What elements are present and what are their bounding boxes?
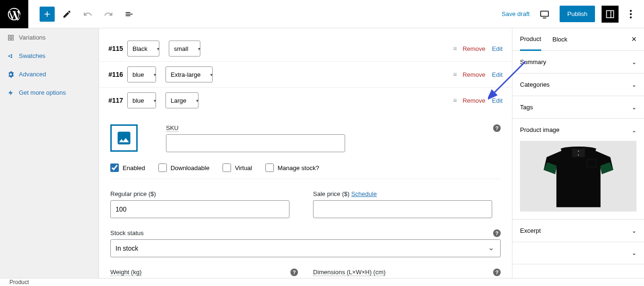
settings-toggle-button[interactable]: [602, 6, 619, 23]
svg-point-10: [10, 54, 12, 56]
svg-rect-0: [541, 11, 549, 16]
svg-rect-5: [8, 35, 10, 37]
svg-point-2: [630, 10, 632, 12]
downloadable-checkbox[interactable]: Downloadable: [158, 163, 209, 172]
panel-item[interactable]: ⌄: [512, 242, 644, 264]
svg-point-4: [630, 16, 632, 18]
sale-price-label: Sale price ($) Schedule: [313, 190, 501, 197]
variation-size-select[interactable]: Large: [165, 92, 198, 108]
variation-color-select[interactable]: blue: [127, 66, 156, 82]
document-overview-button[interactable]: [121, 6, 138, 23]
top-toolbar: Save draft Publish: [0, 0, 644, 28]
edit-link[interactable]: Edit: [492, 97, 503, 104]
edit-mode-button[interactable]: [58, 6, 75, 23]
remove-link[interactable]: Remove: [462, 97, 485, 104]
product-image-thumbnail[interactable]: [520, 141, 636, 212]
stock-status-select[interactable]: In stock: [110, 239, 501, 257]
virtual-checkbox[interactable]: Virtual: [223, 163, 252, 172]
drag-handle-icon[interactable]: ≡: [453, 97, 456, 104]
remove-link[interactable]: Remove: [462, 45, 485, 52]
variation-row: #116 blue Extra-large ≡ Remove Edit: [99, 62, 512, 88]
chevron-down-icon: ⌄: [632, 250, 636, 256]
edit-link[interactable]: Edit: [492, 71, 503, 78]
panel-summary[interactable]: Summary⌄: [512, 51, 644, 74]
svg-point-3: [630, 13, 632, 15]
tab-product[interactable]: Product: [520, 28, 541, 51]
variation-image-upload[interactable]: [110, 124, 138, 152]
chevron-down-icon: ⌄: [632, 82, 636, 88]
svg-point-9: [8, 55, 10, 57]
svg-rect-8: [11, 38, 13, 40]
undo-button[interactable]: [79, 6, 96, 23]
drag-handle-icon[interactable]: ≡: [453, 45, 456, 52]
variation-id: #115: [108, 45, 127, 52]
chevron-up-icon: ⌃: [632, 127, 636, 133]
sidebar-item-label: Advanced: [19, 71, 46, 78]
save-draft-link[interactable]: Save draft: [502, 10, 529, 17]
variation-id: #117: [108, 97, 127, 104]
regular-price-label: Regular price ($): [110, 190, 298, 197]
sidebar-item-advanced[interactable]: Advanced: [0, 65, 99, 83]
sidebar-item-label: Variations: [19, 34, 46, 41]
help-icon[interactable]: ?: [493, 229, 501, 237]
variation-color-select[interactable]: Black: [127, 41, 159, 57]
right-sidebar: Product Block × Summary⌄ Categories⌄ Tag…: [512, 28, 644, 278]
chevron-down-icon: ⌄: [632, 104, 636, 111]
main-content: #115 Black small ≡ Remove Edit #116 blue…: [99, 28, 512, 278]
redo-button[interactable]: [100, 6, 117, 23]
edit-link[interactable]: Edit: [492, 45, 503, 52]
variation-color-select[interactable]: blue: [127, 92, 156, 108]
remove-link[interactable]: Remove: [462, 71, 485, 78]
manage-stock-checkbox[interactable]: Manage stock?: [265, 163, 319, 172]
variation-row: #117 blue Large ≡ Remove Edit: [99, 88, 512, 113]
left-sidebar: Variations Swatches Advanced Get more op…: [0, 28, 99, 278]
variation-size-select[interactable]: small: [169, 41, 200, 57]
add-block-button[interactable]: [40, 7, 55, 22]
sidebar-item-get-more-options[interactable]: Get more options: [0, 83, 99, 102]
footer-breadcrumb: Product: [0, 278, 644, 286]
svg-point-11: [10, 56, 12, 58]
sidebar-item-label: Swatches: [19, 52, 45, 59]
svg-rect-7: [8, 38, 10, 40]
panel-categories[interactable]: Categories⌄: [512, 74, 644, 96]
sidebar-item-variations[interactable]: Variations: [0, 28, 99, 47]
enabled-checkbox[interactable]: Enabled: [110, 163, 145, 172]
sale-price-input[interactable]: [313, 200, 492, 218]
help-icon[interactable]: ?: [290, 269, 298, 276]
sidebar-item-swatches[interactable]: Swatches: [0, 47, 99, 65]
panel-product-image[interactable]: Product image⌃: [512, 119, 644, 141]
regular-price-input[interactable]: [110, 200, 289, 218]
panel-tags[interactable]: Tags⌄: [512, 96, 644, 119]
svg-point-12: [120, 134, 123, 137]
breadcrumb-text: Product: [9, 279, 29, 286]
schedule-link[interactable]: Schedule: [351, 190, 377, 197]
drag-handle-icon[interactable]: ≡: [453, 71, 456, 78]
weight-label: Weight (kg): [110, 269, 298, 276]
svg-point-14: [578, 155, 579, 156]
svg-rect-6: [11, 35, 13, 37]
help-icon[interactable]: ?: [493, 124, 501, 132]
dimensions-label: Dimensions (L×W×H) (cm): [313, 269, 501, 276]
wordpress-logo[interactable]: [0, 0, 28, 28]
sku-label: SKU: [166, 124, 501, 131]
more-options-button[interactable]: [625, 6, 636, 23]
panel-excerpt[interactable]: Excerpt⌄: [512, 220, 644, 242]
chevron-down-icon: ⌄: [632, 228, 636, 234]
variation-size-select[interactable]: Extra-large: [165, 66, 213, 82]
stock-status-label: Stock status: [110, 229, 501, 237]
preview-button[interactable]: [536, 6, 553, 23]
svg-rect-1: [607, 10, 614, 17]
sidebar-item-label: Get more options: [19, 89, 66, 96]
svg-point-13: [578, 151, 579, 152]
variation-row: #115 Black small ≡ Remove Edit: [99, 36, 512, 62]
publish-button[interactable]: Publish: [560, 6, 595, 22]
help-icon[interactable]: ?: [493, 269, 501, 276]
variation-id: #116: [108, 71, 127, 78]
close-sidebar-icon[interactable]: ×: [631, 34, 636, 44]
tab-block[interactable]: Block: [553, 28, 568, 51]
variation-detail-panel: ? SKU Enabled Downloadable Virtual Manag…: [99, 113, 512, 278]
sku-input[interactable]: [166, 134, 345, 152]
chevron-down-icon: ⌄: [632, 59, 636, 65]
